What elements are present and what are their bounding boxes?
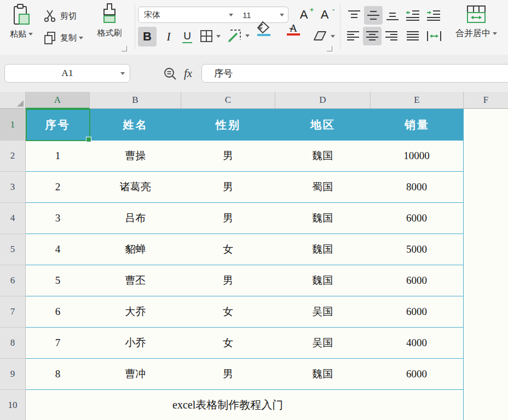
cell-f1[interactable] — [464, 109, 508, 141]
row-header-1[interactable]: 1 — [0, 109, 26, 141]
cut-button[interactable]: 剪切 — [43, 9, 77, 23]
cell-c7[interactable]: 女 — [181, 296, 275, 327]
cell-b5[interactable]: 貂蝉 — [90, 234, 181, 265]
cell-c1[interactable]: 性别 — [181, 109, 275, 141]
text-control-button[interactable] — [425, 28, 443, 44]
cell-a8[interactable]: 7 — [26, 328, 90, 358]
column-header-d[interactable]: D — [275, 92, 371, 109]
align-center-button[interactable] — [363, 27, 382, 45]
cell-a4[interactable]: 3 — [26, 203, 90, 234]
cell-a1[interactable]: 序号 — [26, 109, 90, 141]
font-color-button[interactable]: A — [287, 28, 293, 31]
align-middle-button[interactable] — [364, 6, 383, 25]
cell-f3[interactable] — [464, 172, 508, 203]
cell-f8[interactable] — [464, 328, 508, 359]
cell-a2[interactable]: 1 — [26, 141, 90, 171]
cell-b6[interactable]: 曹丕 — [90, 265, 181, 296]
cell-f10[interactable] — [464, 390, 508, 420]
cell-e8[interactable]: 4000 — [370, 328, 463, 358]
cell-a6[interactable]: 5 — [26, 265, 90, 296]
column-header-f[interactable]: F — [464, 92, 508, 109]
cell-b3[interactable]: 诸葛亮 — [90, 172, 181, 202]
cell-d6[interactable]: 魏国 — [275, 265, 370, 296]
borders-button[interactable] — [199, 28, 221, 44]
column-header-a[interactable]: A — [26, 92, 90, 109]
cell-a9[interactable]: 8 — [26, 359, 90, 389]
cell-e5[interactable]: 5000 — [370, 234, 463, 265]
cell-f2[interactable] — [464, 141, 508, 172]
underline-button[interactable]: U — [178, 27, 196, 46]
cell-b9[interactable]: 曹冲 — [90, 359, 181, 389]
cell-f9[interactable] — [464, 359, 508, 390]
italic-button[interactable]: I — [161, 27, 176, 46]
cell-f5[interactable] — [464, 234, 508, 265]
cell-d9[interactable]: 魏国 — [275, 359, 370, 389]
cell-c8[interactable]: 女 — [181, 328, 275, 358]
cell-d3[interactable]: 蜀国 — [275, 172, 370, 202]
cell-e9[interactable]: 6000 — [370, 359, 463, 389]
increase-font-size-button[interactable]: A+ — [296, 7, 312, 23]
cell-c6[interactable]: 男 — [181, 265, 275, 296]
insert-function-button[interactable]: fx — [184, 67, 192, 80]
cell-a10-merged[interactable]: excel表格制作教程入门 — [26, 390, 463, 420]
row-header-4[interactable]: 4 — [0, 203, 26, 234]
row-header-10[interactable]: 10 — [0, 390, 26, 420]
cell-b4[interactable]: 吕布 — [90, 203, 181, 234]
row-header-7[interactable]: 7 — [0, 296, 26, 328]
align-right-button[interactable] — [383, 28, 400, 44]
column-header-c[interactable]: C — [181, 92, 275, 109]
cell-d7[interactable]: 吴国 — [275, 296, 370, 327]
row-header-8[interactable]: 8 — [0, 328, 26, 359]
row-header-2[interactable]: 2 — [0, 141, 26, 172]
cell-b2[interactable]: 曹操 — [90, 141, 181, 171]
cell-e3[interactable]: 8000 — [370, 172, 463, 202]
clipboard-dialog-launcher-icon[interactable] — [122, 46, 127, 51]
cell-d4[interactable]: 魏国 — [275, 203, 370, 234]
column-header-b[interactable]: B — [90, 92, 181, 109]
cell-c2[interactable]: 男 — [181, 141, 275, 171]
cell-c3[interactable]: 男 — [181, 172, 275, 202]
format-painter-button[interactable]: 格式刷 — [89, 3, 130, 38]
formula-input[interactable]: 序号 — [201, 64, 508, 83]
cell-d1[interactable]: 地区 — [275, 109, 371, 141]
cell-f7[interactable] — [464, 296, 508, 328]
cell-f4[interactable] — [464, 203, 508, 234]
clear-format-button[interactable] — [312, 28, 335, 44]
decrease-indent-button[interactable] — [404, 7, 422, 24]
row-header-9[interactable]: 9 — [0, 359, 26, 390]
cell-c5[interactable]: 女 — [181, 234, 275, 265]
fill-color-button[interactable] — [256, 27, 263, 30]
name-box[interactable]: A1 — [4, 64, 130, 83]
row-header-6[interactable]: 6 — [0, 265, 26, 296]
cell-d2[interactable]: 魏国 — [275, 141, 370, 171]
justify-button[interactable] — [404, 28, 422, 44]
cell-b8[interactable]: 小乔 — [90, 328, 181, 358]
cell-e6[interactable]: 6000 — [370, 265, 463, 296]
increase-indent-button[interactable] — [425, 7, 442, 24]
draw-border-button[interactable] — [227, 27, 250, 44]
cell-c4[interactable]: 男 — [181, 203, 275, 234]
column-header-e[interactable]: E — [371, 92, 464, 109]
cell-f6[interactable] — [464, 265, 508, 296]
zoom-formula-icon[interactable] — [163, 67, 178, 82]
cell-d5[interactable]: 魏国 — [275, 234, 370, 265]
paste-button[interactable]: 粘贴 — [5, 3, 37, 39]
cell-e4[interactable]: 6000 — [370, 203, 463, 234]
cell-a5[interactable]: 4 — [26, 234, 90, 265]
copy-button[interactable]: 复制 — [43, 31, 83, 45]
cell-e2[interactable]: 10000 — [370, 141, 463, 171]
align-top-button[interactable] — [346, 7, 362, 24]
decrease-font-size-button[interactable]: A- — [316, 7, 333, 23]
cell-e1[interactable]: 销量 — [371, 109, 464, 141]
cell-b1[interactable]: 姓名 — [90, 109, 181, 141]
font-family-select[interactable]: 宋体 — [138, 7, 238, 23]
row-header-3[interactable]: 3 — [0, 172, 26, 203]
align-left-button[interactable] — [345, 28, 361, 44]
cell-c9[interactable]: 男 — [181, 359, 275, 389]
font-size-select[interactable]: 11 — [237, 7, 288, 23]
cell-e7[interactable]: 6000 — [370, 296, 463, 327]
cell-a3[interactable]: 2 — [26, 172, 90, 202]
select-all-button[interactable] — [0, 92, 26, 109]
cell-b7[interactable]: 大乔 — [90, 296, 181, 327]
cell-a7[interactable]: 6 — [26, 296, 90, 327]
